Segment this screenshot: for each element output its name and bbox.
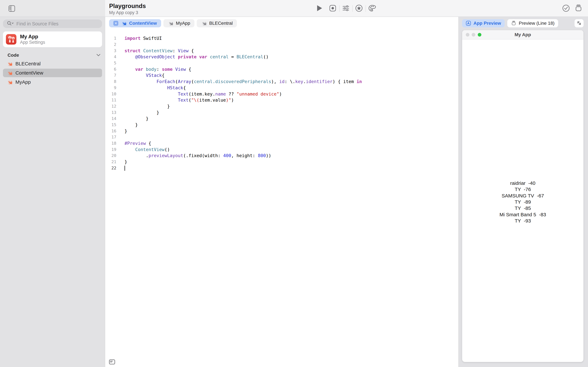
sidebar-item-contentview[interactable]: ContentView [3, 69, 102, 77]
preview-tab-app-preview[interactable]: App Preview [462, 19, 505, 27]
line-number: 5 [105, 61, 116, 65]
line-number: 7 [105, 73, 116, 78]
preview-tab-preview-line-18-[interactable]: Preview (Line 18) [507, 19, 558, 27]
discovered-devices-list: raidriar-40TY-76SAMSUNG TV-67TY-89TY-85M… [462, 180, 583, 224]
editor-tab-myapp[interactable]: MyApp [164, 19, 194, 27]
code-area[interactable]: 1import SwiftUI23struct ContentView: Vie… [105, 35, 458, 171]
run-button[interactable] [314, 3, 325, 14]
expand-preview-button[interactable] [575, 19, 584, 27]
code-line[interactable]: 13 } [105, 109, 458, 116]
code-line[interactable]: 4 @ObservedObject private var central = … [105, 54, 458, 60]
swift-file-icon [7, 79, 13, 85]
code-line[interactable]: 6 var body: some View { [105, 66, 458, 72]
app-preview-icon [466, 20, 471, 26]
tab-label: Preview (Line 18) [519, 21, 554, 26]
code-text: import SwiftUI [124, 36, 162, 41]
toolbar-separator [365, 5, 366, 12]
swift-file-icon [7, 61, 13, 67]
tab-label: MyApp [176, 21, 190, 26]
sidebar-toggle-button[interactable] [7, 4, 15, 12]
adjustments-button[interactable] [341, 3, 351, 14]
device-row: raidriar-40 [462, 180, 583, 186]
code-text: Text("\(item.value)") [124, 98, 234, 103]
line-number: 9 [105, 85, 116, 90]
editor-tab-contentview[interactable]: ×ContentView [109, 19, 161, 27]
code-line[interactable]: 1import SwiftUI [105, 35, 458, 42]
code-line[interactable]: 3struct ContentView: View { [105, 48, 458, 54]
toolbar-separator [352, 5, 353, 12]
app-settings-card[interactable]: My App App Settings [3, 32, 102, 47]
line-number: 15 [105, 122, 116, 127]
code-line[interactable]: 5 [105, 60, 458, 66]
toolbar-separator [339, 5, 340, 12]
code-line[interactable]: 2 [105, 42, 458, 48]
code-line[interactable]: 17 [105, 134, 458, 140]
close-window-light[interactable] [466, 33, 469, 37]
search-input[interactable] [16, 21, 89, 27]
code-line[interactable]: 16} [105, 128, 458, 134]
code-text: } [124, 122, 138, 127]
chevron-down-icon[interactable] [96, 53, 101, 58]
code-line[interactable]: 18#Preview { [105, 140, 458, 146]
code-line[interactable]: 20 .previewLayout(.fixed(width: 400, hei… [105, 152, 458, 159]
line-number: 10 [105, 92, 116, 96]
file-list: BLECentralContentViewMyApp [3, 59, 102, 87]
code-text: @ObservedObject private var central = BL… [124, 54, 268, 59]
swift-file-icon [201, 20, 207, 26]
syntax-check-button[interactable] [561, 3, 571, 14]
line-number: 18 [105, 141, 116, 146]
code-text: .previewLayout(.fixed(width: 400, height… [124, 153, 271, 158]
file-name: BLECentral [15, 61, 41, 67]
code-line[interactable]: 7 VStack{ [105, 72, 458, 78]
featured-button[interactable] [354, 3, 364, 14]
close-tab-icon[interactable]: × [113, 21, 118, 26]
zoom-window-light[interactable] [478, 33, 481, 37]
editor-tab-blecentral[interactable]: BLECentral [197, 19, 237, 27]
app-preview-window: My App raidriar-40TY-76SAMSUNG TV-67TY-8… [462, 30, 584, 362]
line-number: 11 [105, 98, 116, 102]
code-line[interactable]: 8 ForEach(Array(central.discoveredPeriph… [105, 78, 458, 85]
code-line[interactable]: 11 Text("\(item.value)") [105, 97, 458, 103]
line-number: 6 [105, 67, 116, 72]
snippets-button[interactable] [107, 359, 115, 366]
document-subtitle: My App copy 3 [109, 10, 146, 15]
device-name: TY [515, 205, 521, 211]
device-row: SAMSUNG TV-67 [462, 193, 583, 199]
preview-panel: App PreviewPreview (Line 18) My App raid… [458, 17, 588, 367]
code-line[interactable]: 21} [105, 159, 458, 165]
live-preview-button[interactable] [328, 3, 338, 14]
preview-canvas-button[interactable] [573, 3, 584, 14]
file-name: MyApp [15, 79, 31, 85]
device-name: TY [515, 218, 521, 224]
code-text: ForEach(Array(central.discoveredPeripher… [124, 79, 362, 84]
line-number: 22 [105, 166, 116, 170]
line-number: 21 [105, 159, 116, 164]
code-line[interactable]: 12 } [105, 103, 458, 109]
swift-file-icon [7, 70, 13, 76]
app-icon [6, 34, 17, 45]
line-number: 20 [105, 153, 116, 158]
sidebar-item-blecentral[interactable]: BLECentral [3, 59, 102, 68]
device-row: TY-85 [462, 205, 583, 211]
minimize-window-light[interactable] [472, 33, 475, 37]
line-number: 8 [105, 79, 116, 84]
appearance-button[interactable] [367, 3, 377, 14]
app-title: Playgrounds [109, 3, 146, 9]
line-number: 14 [105, 116, 116, 121]
code-line[interactable]: 14 } [105, 116, 458, 122]
jar-icon [574, 4, 583, 13]
search-field[interactable] [3, 19, 102, 28]
toolbar: Playgrounds My App copy 3 [0, 0, 588, 17]
code-line[interactable]: 10 Text(item.key.name ?? "unnamed device… [105, 91, 458, 97]
sidebar-item-myapp[interactable]: MyApp [3, 78, 102, 86]
code-section-header[interactable]: Code [8, 53, 19, 58]
code-text: var body: some View { [124, 67, 191, 72]
device-rssi: -85 [524, 205, 531, 211]
code-text [124, 165, 125, 171]
code-line[interactable]: 15 } [105, 122, 458, 128]
code-line[interactable]: 9 HStack{ [105, 85, 458, 91]
line-number: 12 [105, 104, 116, 109]
code-line[interactable]: 22 [105, 165, 458, 171]
search-icon [7, 20, 14, 27]
code-line[interactable]: 19 ContentView() [105, 146, 458, 152]
